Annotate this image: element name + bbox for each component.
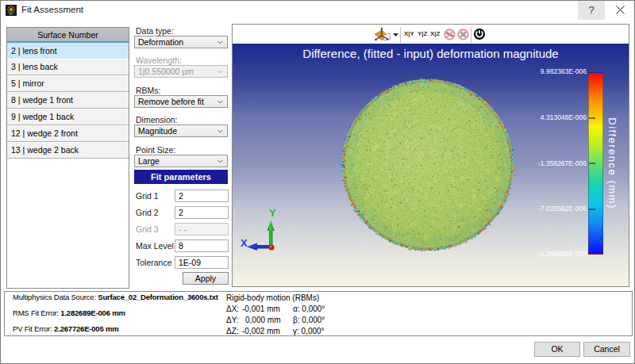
svg-text:X: X — [241, 237, 248, 249]
svg-text:Y: Y — [269, 207, 276, 219]
svg-text:FIT: FIT — [9, 13, 13, 16]
